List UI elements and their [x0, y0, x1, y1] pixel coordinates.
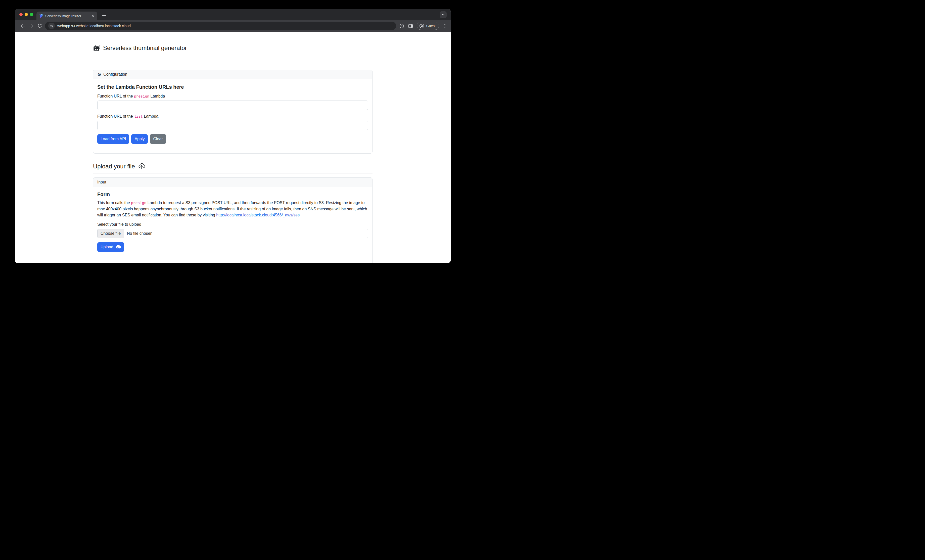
window-close-button[interactable] [20, 13, 23, 16]
upload-button[interactable]: Upload [97, 242, 124, 252]
forward-icon[interactable] [27, 22, 35, 30]
form-description: This form calls the presign Lambda to re… [97, 200, 368, 218]
menu-kebab-icon[interactable] [443, 24, 447, 28]
window-controls [20, 13, 33, 16]
performance-leaf-icon[interactable] [399, 23, 404, 29]
load-from-api-button[interactable]: Load from API [97, 134, 129, 144]
cloud-upload-icon [138, 163, 145, 170]
ses-link[interactable]: http://localhost.localstack.cloud:4566/_… [216, 213, 300, 217]
address-bar[interactable]: webapp.s3-website.localhost.localstack.c… [45, 22, 396, 30]
input-card: Input Form This form calls the presign L… [93, 178, 372, 263]
window-zoom-button[interactable] [30, 13, 33, 16]
choose-file-button[interactable]: Choose file [98, 229, 124, 238]
browser-window: Serverless image resizer [15, 9, 451, 263]
side-panel-icon[interactable] [408, 23, 413, 29]
tab-search-chevron-icon[interactable] [440, 11, 447, 18]
upload-section-heading: Upload your file [93, 163, 372, 170]
window-minimize-button[interactable] [25, 13, 28, 16]
apply-button[interactable]: Apply [131, 134, 148, 144]
divider [93, 173, 372, 173]
file-chosen-status: No file chosen [124, 229, 155, 238]
gear-icon: ⚙ [97, 72, 101, 77]
input-card-header: Input [93, 178, 372, 187]
url-text: webapp.s3-website.localhost.localstack.c… [57, 24, 131, 28]
tab-close-icon[interactable] [91, 14, 95, 18]
favicon-image-resizer [39, 14, 43, 18]
presign-url-input[interactable] [97, 101, 368, 110]
web-page: Serverless thumbnail generator ⚙ Configu… [15, 32, 451, 263]
cloud-upload-filled-icon [115, 245, 121, 250]
list-url-label: Function URL of the list Lambda [97, 114, 368, 119]
file-input[interactable]: Choose file No file chosen [97, 229, 368, 238]
lambda-urls-heading: Set the Lambda Function URLs here [97, 84, 368, 90]
browser-tab[interactable]: Serverless image resizer [36, 12, 97, 20]
clear-button[interactable]: Clear [150, 134, 166, 144]
configuration-card: ⚙ Configuration Set the Lambda Function … [93, 69, 372, 154]
new-tab-icon[interactable] [101, 13, 107, 18]
list-url-input[interactable] [97, 120, 368, 130]
profile-button[interactable]: Guest [417, 22, 439, 30]
reload-icon[interactable] [35, 22, 44, 30]
site-settings-icon[interactable] [48, 23, 55, 29]
tab-title: Serverless image resizer [45, 14, 91, 18]
profile-label: Guest [426, 24, 435, 28]
tab-strip: Serverless image resizer [15, 9, 451, 20]
configuration-card-header: ⚙ Configuration [93, 70, 372, 79]
images-icon [93, 44, 101, 52]
guest-avatar-icon [419, 23, 425, 29]
browser-toolbar: webapp.s3-website.localhost.localstack.c… [15, 20, 451, 32]
file-select-label: Select your file to upload [97, 222, 368, 227]
back-icon[interactable] [18, 22, 27, 30]
presign-url-label: Function URL of the presign Lambda [97, 94, 368, 99]
form-heading: Form [97, 191, 368, 197]
page-title: Serverless thumbnail generator [93, 44, 372, 52]
